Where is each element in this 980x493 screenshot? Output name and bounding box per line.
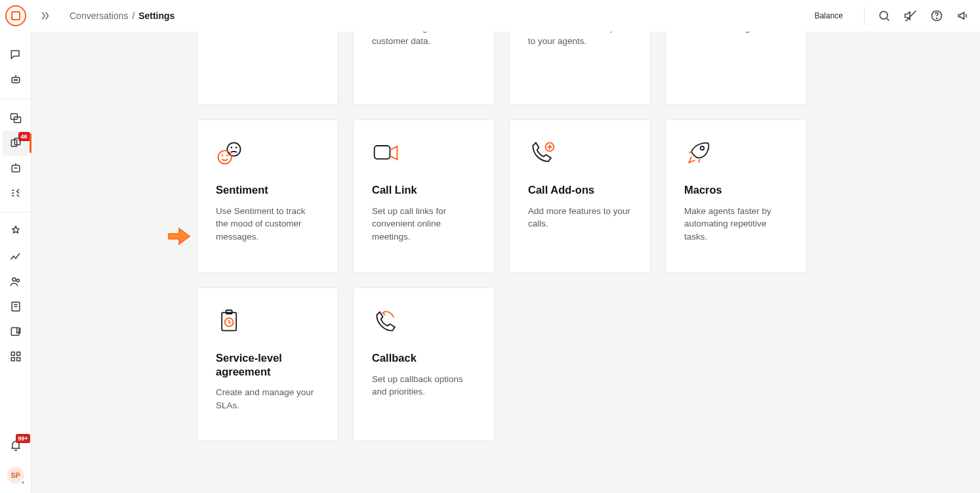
settings-card-call-link[interactable]: Call Link Set up call links for convenie…	[353, 119, 495, 273]
settings-card-email[interactable]: Personalize email content and configure …	[197, 32, 338, 105]
nav-threads-icon[interactable]	[3, 106, 29, 131]
card-desc: Use Sentiment to track the mood of custo…	[216, 205, 319, 244]
user-avatar[interactable]: SP	[7, 467, 24, 484]
card-title: Call Link	[372, 183, 476, 197]
app-logo[interactable]	[5, 5, 26, 26]
breadcrumb-current: Settings	[138, 11, 174, 21]
svg-point-27	[701, 146, 704, 150]
settings-card-macros[interactable]: Macros Make agents faster by automating …	[665, 119, 807, 273]
main-content: Personalize email content and configure …	[31, 32, 980, 493]
svg-rect-15	[11, 352, 14, 355]
svg-point-23	[222, 154, 224, 156]
card-desc: Document conversation outcomes to gather…	[372, 32, 476, 47]
phone-plus-icon	[528, 140, 557, 166]
nav-alerts-icon[interactable]: 99+	[3, 433, 29, 458]
nav-knowledge-icon[interactable]	[3, 294, 29, 319]
card-desc: Make agents faster by automating repetit…	[684, 205, 788, 244]
nav-analytics-icon[interactable]	[3, 244, 29, 269]
megaphone-icon[interactable]	[956, 9, 970, 22]
nav-tags-icon[interactable]	[3, 181, 29, 205]
card-title: Call Add-ons	[528, 183, 632, 197]
nav-templates-badge: 46	[18, 132, 30, 141]
presence-dot	[20, 480, 26, 485]
divider	[864, 7, 865, 25]
card-desc: Display customer information from People…	[528, 32, 632, 47]
nav-templates-icon[interactable]: 46	[3, 131, 29, 156]
card-desc: Display external information to agents	[684, 32, 788, 35]
pointer-arrow-icon	[167, 226, 191, 249]
settings-card-forms[interactable]: Forms Document conversation outcomes to …	[353, 32, 495, 105]
nav-people-icon[interactable]	[3, 269, 29, 294]
settings-card-card[interactable]: Card Display customer information from P…	[509, 32, 651, 105]
nav-automation-icon[interactable]	[3, 156, 29, 181]
mute-icon[interactable]	[904, 9, 917, 22]
callback-icon	[372, 308, 401, 334]
sentiment-icon	[216, 140, 245, 166]
svg-rect-18	[16, 358, 20, 361]
balance-label[interactable]: Balance	[815, 11, 843, 20]
breadcrumb: Conversations / Settings	[70, 11, 174, 21]
breadcrumb-sep: /	[132, 11, 137, 21]
help-icon[interactable]	[930, 9, 943, 22]
settings-card-callback[interactable]: Callback Set up callback options and pri…	[353, 288, 495, 441]
svg-rect-16	[16, 352, 20, 355]
svg-rect-3	[12, 77, 20, 83]
settings-card-call-addons[interactable]: Call Add-ons Add more features to your c…	[509, 119, 651, 273]
card-title: Service-level agreement	[216, 351, 319, 378]
card-title: Sentiment	[216, 183, 319, 197]
svg-point-20	[231, 146, 233, 148]
svg-point-19	[227, 142, 240, 156]
svg-point-5	[16, 79, 17, 81]
svg-rect-14	[11, 328, 19, 335]
card-desc: Set up call links for convenient online …	[372, 205, 476, 244]
card-desc: Add more features to your calls.	[528, 205, 632, 230]
svg-point-12	[16, 279, 19, 282]
settings-card-sla[interactable]: Service-level agreement Create and manag…	[197, 288, 338, 441]
nav-bookmarks-icon[interactable]	[3, 319, 29, 344]
topbar: Conversations / Settings Balance	[0, 0, 980, 32]
nav-integrations-icon[interactable]	[3, 219, 29, 244]
svg-point-2	[937, 18, 937, 18]
card-title: Callback	[372, 351, 476, 365]
svg-point-0	[880, 11, 888, 19]
expand-sidebar-toggle[interactable]	[39, 10, 51, 22]
svg-point-24	[226, 154, 228, 156]
card-desc: Create and manage your SLAs.	[216, 386, 319, 412]
video-icon	[372, 140, 401, 166]
settings-card-sentiment[interactable]: Sentiment Use Sentiment to track the moo…	[197, 119, 338, 273]
nav-alerts-badge: 99+	[16, 434, 30, 443]
svg-rect-17	[11, 358, 14, 361]
card-desc: Set up callback options and priorities.	[372, 373, 476, 398]
avatar-initials: SP	[10, 471, 20, 479]
card-title: Macros	[684, 183, 788, 197]
left-rail: 46 99+ SP	[0, 32, 31, 493]
breadcrumb-parent[interactable]: Conversations	[70, 11, 129, 21]
rocket-icon	[684, 140, 713, 166]
settings-card-cards[interactable]: Cards Display external information to ag…	[665, 32, 807, 105]
nav-conversations-icon[interactable]	[3, 42, 29, 67]
svg-point-21	[235, 146, 237, 148]
svg-rect-25	[375, 146, 390, 159]
svg-point-22	[218, 150, 232, 163]
svg-rect-10	[12, 165, 20, 172]
svg-point-11	[12, 278, 16, 281]
clipboard-clock-icon	[216, 308, 245, 334]
svg-rect-8	[11, 140, 16, 146]
nav-bot-icon[interactable]	[3, 67, 29, 92]
nav-apps-icon[interactable]	[3, 344, 29, 369]
svg-point-4	[14, 79, 15, 81]
search-icon[interactable]	[878, 9, 891, 22]
